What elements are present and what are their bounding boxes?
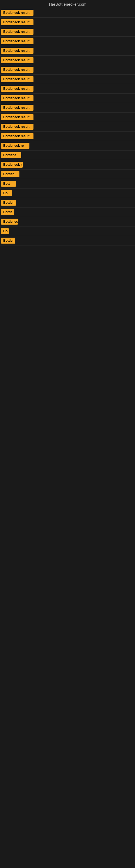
bottleneck-badge[interactable]: Bottleneck result (1, 76, 34, 82)
list-item: Bottleneck result (0, 46, 135, 56)
bottleneck-badge[interactable]: Bott (1, 181, 16, 187)
list-item: Bottleneck result (0, 74, 135, 84)
bottleneck-badge[interactable]: Bottleneck result (1, 67, 34, 73)
bottleneck-badge[interactable]: Bottleneck result (1, 124, 34, 130)
bottleneck-badge[interactable]: Bottleneck r (1, 162, 23, 167)
bottleneck-badge[interactable]: Bottleneck result (1, 19, 34, 25)
list-item: Bottlen (0, 198, 135, 208)
list-item: Bottlen (0, 169, 135, 179)
bottleneck-badge[interactable]: Bo (1, 228, 9, 234)
list-item: Bottleneck result (0, 18, 135, 27)
list-item: Bottleneck result (0, 131, 135, 141)
list-item: Bottleneck result (0, 103, 135, 113)
bottleneck-badge[interactable]: Bottleneck result (1, 48, 34, 54)
bottleneck-badge[interactable]: Bottleneck result (1, 133, 34, 139)
list-item: Bottleneck result (0, 84, 135, 94)
list-item: Bottleneck re (0, 141, 135, 151)
list-item: Bottleneck result (0, 65, 135, 74)
list-item: Bottleneck result (0, 94, 135, 103)
bottleneck-badge[interactable]: Bottleneck result (1, 29, 34, 35)
bottleneck-badge[interactable]: Bottleneck result (1, 114, 34, 120)
bottleneck-badge[interactable]: Bottlenec (1, 219, 18, 225)
bottleneck-badge[interactable]: Bottleneck result (1, 86, 34, 92)
list-item: Bott (0, 179, 135, 188)
list-item: Bottleneck result (0, 122, 135, 131)
list-item: Bottleneck result (0, 27, 135, 37)
bottleneck-badge[interactable]: Bottleneck re (1, 143, 30, 149)
list-item: Bo (0, 188, 135, 198)
bottleneck-badge[interactable]: Bottleneck result (1, 10, 34, 16)
list-item: Bottleneck result (0, 8, 135, 18)
list-item: Bottlene (0, 151, 135, 160)
list-item: Bottlenec (0, 217, 135, 226)
list-item: Bottler (0, 236, 135, 246)
page-spacer (0, 246, 135, 571)
bottleneck-badge[interactable]: Bottlene (1, 152, 21, 158)
list-item: Bottle (0, 208, 135, 217)
bottleneck-badge[interactable]: Bottleneck result (1, 38, 34, 44)
bottleneck-badge[interactable]: Bottleneck result (1, 57, 34, 63)
list-item: Bo (0, 226, 135, 236)
bottleneck-badge[interactable]: Bottlen (1, 171, 19, 177)
bottleneck-badge[interactable]: Bottler (1, 238, 15, 244)
bottleneck-badge[interactable]: Bo (1, 190, 12, 196)
list-item: Bottleneck result (0, 113, 135, 122)
bottleneck-badge[interactable]: Bottlen (1, 199, 16, 206)
bottleneck-badge[interactable]: Bottleneck result (1, 95, 34, 101)
list-item: Bottleneck r (0, 160, 135, 169)
site-header: TheBottlenecker.com (0, 0, 135, 8)
site-title: TheBottlenecker.com (48, 2, 86, 6)
list-item: Bottleneck result (0, 37, 135, 46)
list-item: Bottleneck result (0, 56, 135, 65)
bottleneck-badge[interactable]: Bottle (1, 209, 14, 215)
bottleneck-badge[interactable]: Bottleneck result (1, 105, 34, 111)
bottleneck-list: Bottleneck resultBottleneck resultBottle… (0, 8, 135, 246)
